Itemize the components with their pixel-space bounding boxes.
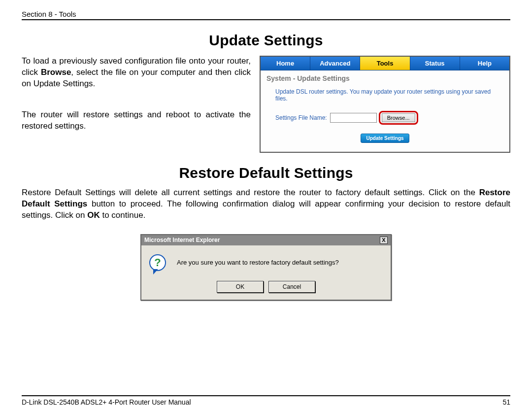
router-tabs: Home Advanced Tools Status Help <box>261 57 509 70</box>
page-number: 51 <box>502 398 510 406</box>
restore-p-bold2: OK <box>87 210 100 220</box>
tab-tools[interactable]: Tools <box>360 57 410 70</box>
ok-button[interactable]: OK <box>217 281 264 293</box>
page-footer: D-Link DSL-2540B ADSL2+ 4-Port Router Us… <box>22 395 510 406</box>
close-button[interactable]: X <box>380 237 388 244</box>
dialog-title: Microsoft Internet Explorer <box>144 237 220 243</box>
panel-description: Update DSL router settings. You may upda… <box>275 88 503 102</box>
settings-file-input[interactable] <box>330 113 377 123</box>
browse-button[interactable]: Browse... <box>382 113 415 122</box>
question-mark: ? <box>154 257 161 268</box>
router-panel: Home Advanced Tools Status Help System -… <box>260 56 510 153</box>
tab-status[interactable]: Status <box>410 57 460 70</box>
panel-heading: System - Update Settings <box>266 74 503 82</box>
file-label: Settings File Name: <box>275 114 327 121</box>
update-title: Update Settings <box>22 32 510 49</box>
cancel-button[interactable]: Cancel <box>268 281 315 293</box>
restore-p-a: Restore Default Settings will delete all… <box>22 188 479 197</box>
footer-left: D-Link DSL-2540B ADSL2+ 4-Port Router Us… <box>22 398 191 406</box>
tab-help[interactable]: Help <box>460 57 509 70</box>
update-settings-button[interactable]: Update Settings <box>361 134 409 143</box>
update-p2: The router will restore settings and reb… <box>22 109 251 132</box>
confirm-dialog: Microsoft Internet Explorer X ? Are you … <box>140 234 392 301</box>
update-description: To load a previously saved configuration… <box>22 56 251 153</box>
section-header: Section 8 - Tools <box>22 10 510 20</box>
update-p1-bold: Browse <box>41 68 71 77</box>
browse-highlight: Browse... <box>379 111 418 125</box>
tab-advanced[interactable]: Advanced <box>310 57 360 70</box>
tab-home[interactable]: Home <box>261 57 310 70</box>
restore-title: Restore Default Settings <box>22 165 510 181</box>
restore-paragraph: Restore Default Settings will delete all… <box>22 187 510 221</box>
restore-p-c: to continue. <box>100 210 146 220</box>
question-icon: ? <box>149 254 166 271</box>
dialog-text: Are you sure you want to restore factory… <box>177 259 339 266</box>
